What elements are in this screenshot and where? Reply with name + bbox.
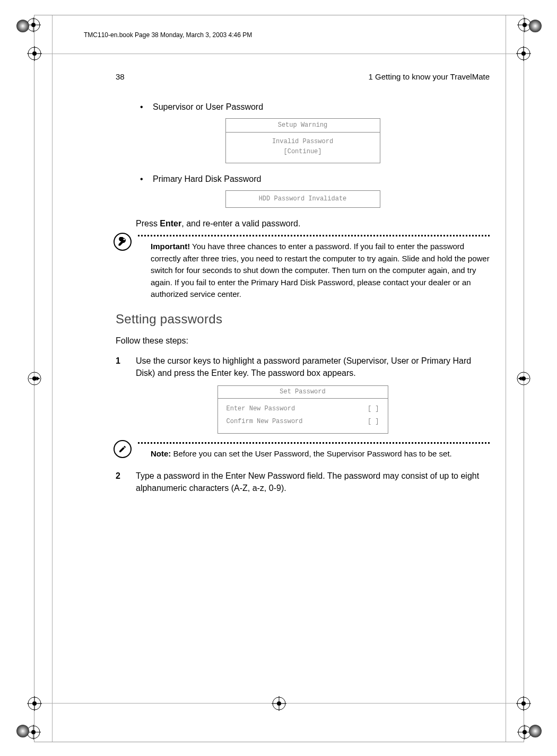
chapter-title: 1 Getting to know your TravelMate xyxy=(369,71,490,83)
svg-point-37 xyxy=(277,701,281,706)
important-callout: Important! You have three chances to ent… xyxy=(136,235,490,301)
field-label: Confirm New Password xyxy=(227,417,303,426)
bios-title: Set Password xyxy=(218,386,388,399)
field-label: Enter New Password xyxy=(227,405,295,414)
svg-marker-28 xyxy=(37,376,40,381)
lead-text: Follow these steps: xyxy=(116,335,490,347)
pencil-icon xyxy=(114,440,132,458)
svg-point-25 xyxy=(521,701,526,706)
bios-dialog-set-password: Set Password Enter New Password[ ] Confi… xyxy=(217,385,388,434)
bios-title: Setup Warning xyxy=(226,119,380,133)
svg-point-46 xyxy=(16,725,29,737)
field-value: [ ] xyxy=(368,417,379,426)
step-text: Type a password in the Enter New Passwor… xyxy=(136,470,490,494)
content-area: 38 1 Getting to know your TravelMate • S… xyxy=(116,71,490,499)
note-text: Before you can set the User Password, th… xyxy=(171,449,451,458)
step-item: 2 Type a password in the Enter New Passw… xyxy=(116,470,490,494)
running-header: 38 1 Getting to know your TravelMate xyxy=(116,71,490,83)
important-label: Important! xyxy=(151,242,190,251)
svg-point-41 xyxy=(31,730,36,734)
gradient-dot-icon xyxy=(528,19,543,33)
crop-mark-icon xyxy=(516,696,531,711)
note-callout: Note: Before you can set the User Passwo… xyxy=(136,442,490,460)
key-icon xyxy=(114,233,132,251)
gradient-dot-icon xyxy=(15,724,30,739)
svg-point-21 xyxy=(32,701,37,706)
bios-dialog-hdd: HDD Password Invalidate xyxy=(225,190,380,208)
step-number: 1 xyxy=(116,355,136,379)
key-name: Enter xyxy=(160,219,181,228)
bios-line: HDD Password Invalidate xyxy=(226,191,380,207)
crop-mark-icon xyxy=(27,46,42,61)
crop-mark-icon xyxy=(516,371,531,386)
svg-marker-32 xyxy=(518,376,521,381)
svg-point-33 xyxy=(521,376,526,381)
crop-mark-icon xyxy=(272,696,286,711)
inner-frame: TMC110-en.book Page 38 Monday, March 3, … xyxy=(52,15,506,742)
crop-mark-icon xyxy=(27,696,42,711)
bullet-item: • Primary Hard Disk Password xyxy=(140,173,490,185)
important-text: You have three chances to enter a passwo… xyxy=(151,242,490,298)
bios-line: [Continue] xyxy=(226,147,380,157)
gradient-dot-icon xyxy=(15,19,30,33)
gradient-dot-icon xyxy=(528,724,543,739)
crop-mark-icon xyxy=(27,371,42,386)
svg-point-8 xyxy=(16,20,29,32)
bullet-icon: • xyxy=(140,173,153,185)
field-value: [ ] xyxy=(368,405,379,414)
svg-point-47 xyxy=(529,725,542,737)
bullet-item: • Supervisor or User Password xyxy=(140,101,490,113)
note-label: Note: xyxy=(151,449,171,458)
svg-point-29 xyxy=(32,376,37,381)
bios-dialog-setup-warning: Setup Warning Invalid Password [Continue… xyxy=(225,118,380,163)
svg-point-17 xyxy=(521,51,526,56)
svg-point-7 xyxy=(523,23,527,27)
bullet-text: Primary Hard Disk Password xyxy=(153,173,261,185)
svg-point-3 xyxy=(31,23,36,27)
step-number: 2 xyxy=(116,470,136,494)
crop-mark-icon xyxy=(516,46,531,61)
page-number: 38 xyxy=(116,71,125,83)
bullet-icon: • xyxy=(140,101,153,113)
page-frame: TMC110-en.book Page 38 Monday, March 3, … xyxy=(34,15,524,742)
svg-point-9 xyxy=(529,20,542,32)
svg-point-13 xyxy=(32,51,37,56)
section-heading: Setting passwords xyxy=(116,310,490,329)
book-tag: TMC110-en.book Page 38 Monday, March 3, … xyxy=(84,31,252,39)
bios-line: Invalid Password xyxy=(226,137,380,147)
svg-point-45 xyxy=(523,730,527,734)
step-item: 1 Use the cursor keys to highlight a pas… xyxy=(116,355,490,379)
bullet-text: Supervisor or User Password xyxy=(153,101,263,113)
paragraph: Press Enter, and re-enter a valid passwo… xyxy=(136,217,490,230)
step-text: Use the cursor keys to highlight a passw… xyxy=(136,355,490,379)
